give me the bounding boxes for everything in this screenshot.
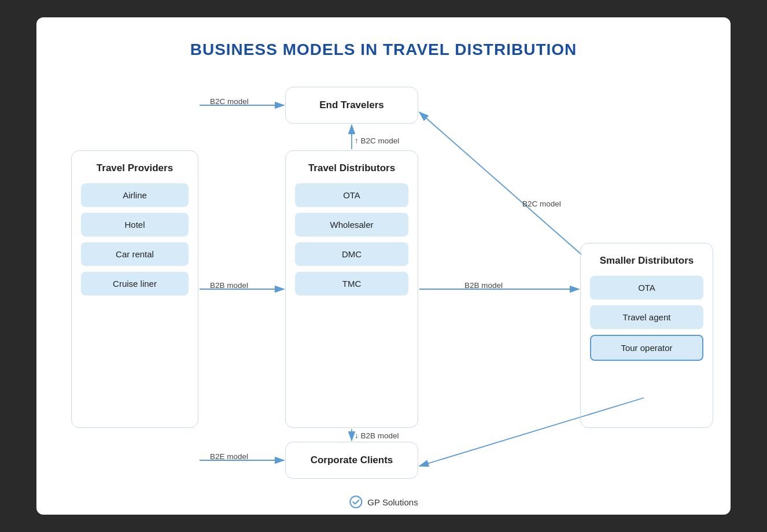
- dist-ota-item: OTA: [295, 183, 408, 207]
- cruise-liner-item: Cruise liner: [81, 272, 189, 295]
- travel-agent-item: Travel agent: [590, 305, 703, 329]
- svg-point-10: [350, 496, 362, 508]
- footer: GP Solutions: [349, 495, 418, 509]
- providers-column: Travel Providers Airline Hotel Car renta…: [71, 150, 198, 428]
- b2b-down-label: ↓ B2B model: [355, 431, 399, 440]
- b2e-label: B2E model: [210, 452, 248, 461]
- smaller-distributors-column: Smaller Distributors OTA Travel agent To…: [580, 243, 713, 428]
- end-travelers-box: End Travelers: [285, 87, 418, 124]
- b2c-right-label: B2C model: [522, 200, 561, 208]
- b2c-up-label: ↑ B2C model: [355, 136, 399, 145]
- page-title: BUSINESS MODELS IN TRAVEL DISTRIBUTION: [71, 40, 696, 59]
- corporate-clients-label: Corporate Clients: [311, 455, 393, 466]
- airline-item: Airline: [81, 183, 189, 207]
- providers-title: Travel Providers: [81, 162, 189, 174]
- corporate-clients-box: Corporate Clients: [285, 442, 418, 479]
- diagram: B2C model B2C model ↑ B2C model B2B mode…: [71, 87, 696, 492]
- car-rental-item: Car rental: [81, 242, 189, 266]
- b2b-right-label: B2B model: [464, 281, 503, 290]
- main-card: BUSINESS MODELS IN TRAVEL DISTRIBUTION: [36, 17, 731, 515]
- hotel-item: Hotel: [81, 213, 189, 237]
- distributors-title: Travel Distributors: [295, 162, 408, 174]
- dmc-item: DMC: [295, 242, 408, 266]
- end-travelers-label: End Travelers: [319, 99, 384, 111]
- distributors-column: Travel Distributors OTA Wholesaler DMC T…: [285, 150, 418, 428]
- wholesaler-item: Wholesaler: [295, 213, 408, 237]
- smaller-title: Smaller Distributors: [590, 255, 703, 267]
- smaller-ota-item: OTA: [590, 276, 703, 300]
- tour-operator-item: Tour operator: [590, 335, 703, 361]
- b2c-left-label: B2C model: [210, 97, 249, 106]
- gp-solutions-icon: [349, 495, 363, 509]
- b2b-left-label: B2B model: [210, 281, 248, 290]
- tmc-item: TMC: [295, 272, 408, 295]
- brand-label: GP Solutions: [367, 497, 418, 507]
- svg-line-3: [419, 112, 581, 254]
